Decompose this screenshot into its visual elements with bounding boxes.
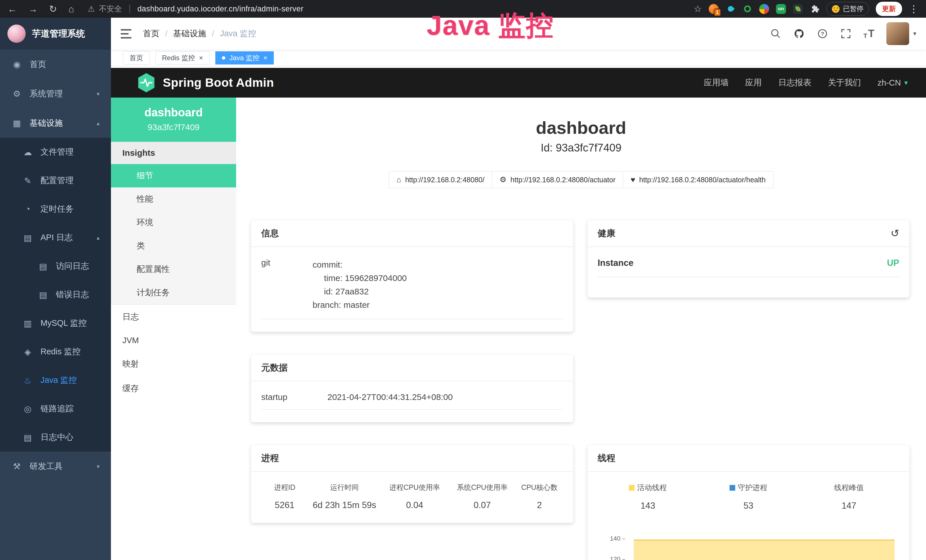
browser-home-icon[interactable]: ⌂: [68, 4, 74, 14]
help-icon[interactable]: ?: [817, 28, 828, 39]
sidebar-item-scheduled-tasks[interactable]: ◔ 定时任务: [0, 195, 111, 223]
sba-menu-metrics[interactable]: 性能: [111, 188, 236, 211]
breadcrumb-home[interactable]: 首页: [143, 28, 159, 39]
extension-leaf-icon[interactable]: [793, 4, 803, 14]
sba-menu-environment[interactable]: 环境: [111, 211, 236, 234]
update-button[interactable]: 更新: [876, 2, 902, 16]
process-card: 进程 进程ID 运行时间 进程CPU使用率 系统CPU使用率 CPU核心数 52…: [251, 445, 573, 523]
sba-menu-scheduled-tasks[interactable]: 计划任务: [111, 281, 236, 304]
instance-header[interactable]: dashboard 93a3fc7f7409: [111, 98, 236, 142]
close-icon[interactable]: ×: [199, 54, 203, 61]
sba-menu-config-props[interactable]: 配置属性: [111, 257, 236, 281]
sidebar-item-config-mgmt[interactable]: ✎ 配置管理: [0, 166, 111, 195]
instance-health-link[interactable]: ♥ http://192.168.0.2:48080/actuator/heal…: [623, 171, 773, 188]
sidebar-item-label: 配置管理: [41, 175, 100, 186]
sidebar-item-tracing[interactable]: ◎ 链路追踪: [0, 395, 111, 423]
sidebar-item-infrastructure[interactable]: ▦ 基础设施 ▴: [0, 108, 111, 138]
forward-icon[interactable]: →: [28, 4, 38, 14]
sidebar-item-dev-tools[interactable]: ⚒ 研发工具 ▾: [0, 452, 111, 481]
sidebar-item-file-mgmt[interactable]: ☁ 文件管理: [0, 138, 111, 166]
sba-brand-title[interactable]: Spring Boot Admin: [163, 76, 274, 89]
bookmark-star-icon[interactable]: ☆: [694, 4, 702, 14]
hamburger-icon[interactable]: [121, 29, 132, 38]
extension-drop-icon[interactable]: [726, 4, 735, 14]
instance-name: dashboard: [114, 106, 233, 119]
sba-sidebar: dashboard 93a3fc7f7409 Insights 细节 性能 环境…: [111, 98, 236, 560]
back-icon[interactable]: ←: [8, 4, 17, 14]
extension-ring-icon[interactable]: [742, 4, 752, 14]
extension-pinwheel-icon[interactable]: [759, 4, 769, 14]
font-size-icon[interactable]: TT: [864, 28, 875, 40]
sidebar-item-mysql-monitor[interactable]: ▥ MySQL 监控: [0, 309, 111, 338]
sba-menu-classes[interactable]: 类: [111, 234, 236, 257]
github-icon[interactable]: [793, 28, 805, 39]
tab-home[interactable]: 首页: [123, 51, 150, 65]
chevron-up-icon: ▴: [97, 120, 100, 127]
infrastructure-icon: ▦: [11, 118, 22, 128]
user-menu[interactable]: ▾: [887, 22, 916, 45]
sba-menu-jvm[interactable]: JVM: [111, 329, 236, 352]
instance-actuator-link[interactable]: ⚙ http://192.168.0.2:48080/actuator: [492, 171, 623, 188]
sidebar-item-label: 研发工具: [30, 461, 89, 472]
sidebar-item-log-center[interactable]: ▤ 日志中心: [0, 423, 111, 452]
breadcrumb: 首页 / 基础设施 / Java 监控: [143, 28, 256, 39]
tab-redis-monitor[interactable]: Redis 监控 ×: [156, 51, 210, 65]
extension-badge: 1: [714, 9, 721, 16]
sba-nav-wallboard[interactable]: 应用墙: [704, 77, 729, 88]
locale-label: zh-CN: [878, 78, 901, 88]
sidebar-item-label: 链路追踪: [41, 403, 100, 415]
paused-badge[interactable]: 已暂停: [826, 2, 869, 16]
search-icon[interactable]: [770, 28, 781, 39]
health-instance-row[interactable]: Instance UP: [598, 258, 899, 277]
locale-selector[interactable]: zh-CN ▾: [878, 78, 908, 88]
app-logo[interactable]: 芋道管理系统: [0, 18, 111, 50]
sidebar-item-error-logs[interactable]: ▤ 错误日志: [0, 280, 111, 309]
history-icon[interactable]: ↺: [891, 228, 899, 239]
sidebar-item-redis-monitor[interactable]: ◈ Redis 监控: [0, 338, 111, 366]
card-header: 线程: [587, 445, 910, 472]
sidebar-item-home[interactable]: ◉ 首页: [0, 50, 111, 79]
sba-nav-journal[interactable]: 日志报表: [778, 77, 811, 88]
sba-menu-caches[interactable]: 缓存: [111, 376, 236, 401]
extension-fox-icon[interactable]: 1: [709, 4, 719, 14]
tools-icon: ⚒: [11, 461, 22, 471]
tab-java-monitor[interactable]: Java 监控 ×: [215, 51, 274, 65]
sidebar-item-java-monitor[interactable]: ♨ Java 监控: [0, 366, 111, 395]
instance-root-link[interactable]: ⌂ http://192.168.0.2:48080/: [389, 171, 492, 188]
sba-menu-logs[interactable]: 日志: [111, 305, 236, 329]
navbar-actions: ? TT ▾: [770, 22, 917, 45]
sba-menu-mappings[interactable]: 映射: [111, 352, 236, 376]
home-icon: ⌂: [396, 176, 401, 184]
extension-on-icon[interactable]: on: [776, 4, 786, 14]
spring-boot-admin-logo-icon: [137, 73, 156, 93]
close-icon[interactable]: ×: [263, 54, 267, 61]
svg-text:?: ?: [821, 31, 824, 37]
browser-menu-icon[interactable]: ⋮: [909, 4, 918, 14]
sba-nav-applications[interactable]: 应用: [745, 77, 762, 88]
annotation-java-monitor: Java 监控: [427, 8, 554, 44]
sidebar-item-label: 基础设施: [30, 118, 89, 129]
sidebar-item-access-logs[interactable]: ▤ 访问日志: [0, 252, 111, 280]
url-divider: [130, 5, 130, 13]
metadata-card: 元数据 startup 2021-04-27T00:44:31.254+08:0…: [251, 354, 573, 422]
card-title: 线程: [598, 452, 616, 464]
fullscreen-icon[interactable]: [840, 28, 852, 39]
address-bar[interactable]: ⚠ 不安全 dashboard.yudao.iocoder.cn/infra/a…: [88, 4, 303, 14]
info-value: commit: time: 1596289704000 id: 27aa832 …: [313, 258, 407, 312]
link-url: http://192.168.0.2:48080/actuator: [510, 176, 616, 184]
sidebar-item-api-logs[interactable]: ▤ API 日志 ▴: [0, 223, 111, 252]
sidebar-item-system-mgmt[interactable]: ⚙ 系统管理 ▾: [0, 79, 111, 108]
y-axis-tick: 140: [598, 535, 625, 542]
breadcrumb-infrastructure[interactable]: 基础设施: [173, 28, 206, 39]
y-axis-tick: 120: [598, 555, 625, 560]
instance-id: 93a3fc7f7409: [114, 123, 233, 132]
extensions-puzzle-icon[interactable]: [809, 4, 820, 14]
sba-menu-details[interactable]: 细节: [111, 164, 236, 188]
sidebar-item-label: Redis 监控: [41, 346, 100, 357]
sba-nav-about[interactable]: 关于我们: [828, 77, 861, 88]
reload-icon[interactable]: ↻: [49, 4, 57, 14]
cloud-icon: ☁: [22, 147, 33, 157]
heart-icon: ♥: [631, 176, 635, 184]
breadcrumb-separator: /: [165, 29, 167, 38]
peak-threads-value: 147: [799, 501, 899, 511]
